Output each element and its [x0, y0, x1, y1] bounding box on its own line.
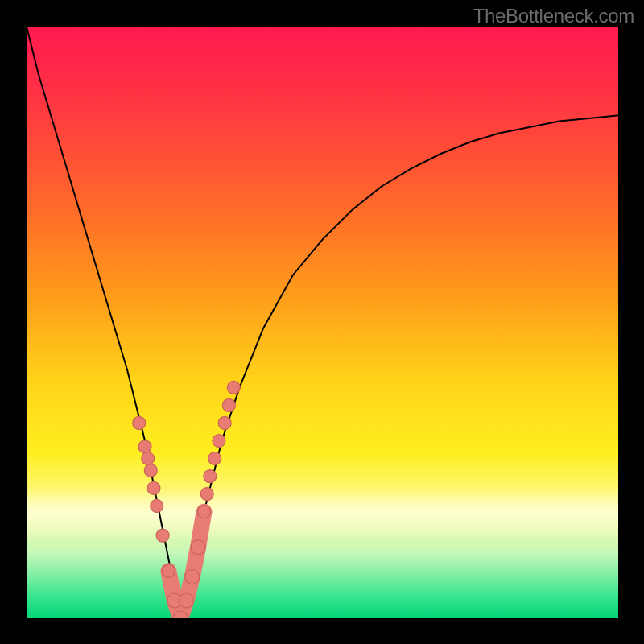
bead-point [151, 499, 163, 512]
plot-area [27, 27, 618, 618]
sample-beads [133, 381, 241, 618]
bead-point [138, 440, 151, 453]
bead-point [156, 529, 169, 542]
chart-frame: TheBottleneck.com [0, 0, 644, 644]
watermark-text: TheBottleneck.com [473, 5, 634, 27]
bottleneck-curve-svg [27, 27, 618, 618]
bead-point [133, 416, 146, 429]
bead-point [227, 381, 240, 394]
bead-point [204, 470, 217, 483]
bead-point [222, 398, 235, 411]
bead-point [213, 435, 225, 448]
bead-point [218, 416, 231, 429]
bead-point [144, 464, 157, 477]
bottleneck-curve [27, 27, 618, 618]
bead-point [200, 488, 213, 501]
bead-point [180, 593, 194, 608]
bead-point [162, 564, 175, 577]
bead-point [142, 452, 155, 465]
bead-point [198, 506, 211, 518]
bead-point [185, 570, 200, 584]
bead-point [208, 452, 221, 465]
bead-point [147, 481, 160, 494]
bead-point [191, 540, 205, 555]
